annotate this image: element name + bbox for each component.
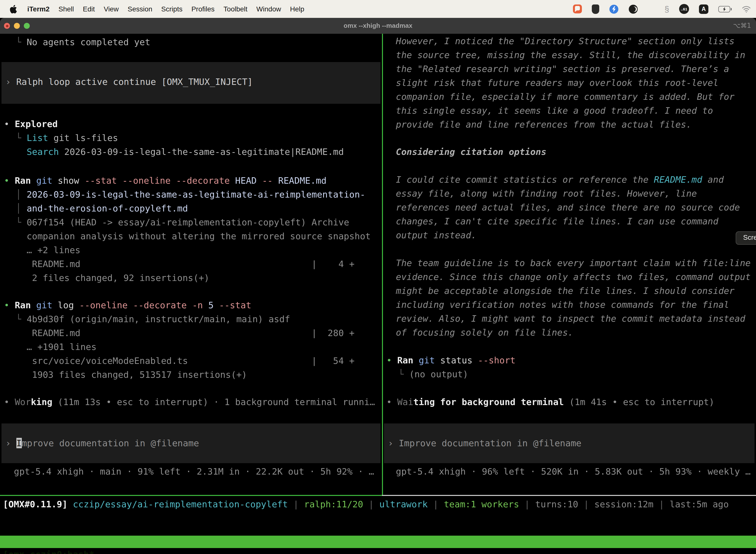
thinking-paragraph-line: essay file, along with finding root file…: [382, 187, 756, 201]
thinking-paragraph-line: I could cite commit statistics or refere…: [382, 173, 756, 187]
terminal-pane-left[interactable]: └ No agents completed yet › Ralph loop a…: [0, 34, 382, 495]
readme-link[interactable]: README.md: [654, 174, 702, 185]
working-status-line: • Working (11m 13s • esc to interrupt) ·…: [0, 395, 382, 409]
model-status-line-right: gpt-5.4 xhigh · 96% left · 520K in · 5.8…: [382, 465, 756, 479]
prompt-input-right[interactable]: › Improve documentation in @filename: [384, 424, 755, 463]
model-status-line-left: gpt-5.4 xhigh · main · 91% left · 2.31M …: [0, 465, 382, 479]
omx-turns: turns:10: [535, 499, 578, 509]
circle-badge-61[interactable]: ..61: [679, 4, 689, 14]
menu-item-help[interactable]: Help: [286, 5, 309, 13]
window-title: omx --xhigh --madmax: [0, 18, 756, 34]
ran-git-show-command: • Ran git show --stat --oneline --decora…: [0, 174, 382, 188]
window-title-bar[interactable]: omx --xhigh --madmax ⌥⌘1: [0, 18, 756, 34]
waiting-status-line: • Waiting for background terminal (1m 41…: [382, 395, 756, 409]
screen-record-indicator-icon[interactable]: [573, 4, 582, 13]
explored-search-entry: Search 2026-03-09-is-legal-the-same-as-l…: [0, 145, 382, 159]
menu-item-toolbelt[interactable]: Toolbelt: [219, 5, 252, 13]
omx-team: team:1 workers: [444, 499, 519, 509]
thinking-paragraph-line: However, I noticed the "Directory Struct…: [382, 34, 756, 48]
menu-bar: iTerm2 Shell Edit View Session Scripts P…: [0, 0, 756, 18]
ran-git-status-command: • Ran git status --short: [382, 353, 756, 367]
terminal-pane-right[interactable]: However, I noticed the "Directory Struct…: [382, 34, 756, 495]
screen-overlay-tooltip: Scre: [736, 231, 756, 245]
thinking-paragraph-line: The team guideline is to back every impo…: [382, 256, 756, 270]
command-output-line: … +2 lines: [0, 243, 382, 257]
pane-border-bottom-right: [382, 495, 756, 496]
command-output-line: 1903 files changed, 513517 insertions(+): [0, 368, 382, 382]
command-output-line: src/voice/voiceModeEnabled.ts | 54 +: [0, 354, 382, 368]
menu-item-shell[interactable]: Shell: [54, 5, 78, 13]
command-output-line: README.md | 4 +: [0, 257, 382, 271]
thinking-paragraph-line: provide file and line references from th…: [382, 118, 756, 131]
command-wrap-line: │ 2026-03-09-is-legal-the-same-as-legiti…: [0, 188, 382, 202]
text-cursor: I: [16, 438, 21, 448]
thinking-paragraph-line: review. Also, I might want to inspect th…: [382, 312, 756, 326]
thinking-paragraph-line: including verification notes with those …: [382, 298, 756, 312]
thinking-paragraph-line: this single essay, it seems like a good …: [382, 104, 756, 118]
pane-divider[interactable]: [382, 34, 383, 495]
thinking-paragraph-line: the "Related research writing" section i…: [382, 62, 756, 76]
menu-item-session[interactable]: Session: [123, 5, 157, 13]
omx-status-bar: [OMX#0.11.9] cczip/essay/ai-reimplementa…: [0, 497, 729, 511]
menu-item-iterm2[interactable]: iTerm2: [23, 5, 54, 13]
wifi-icon[interactable]: [742, 5, 751, 13]
thinking-paragraph-line: output instead.: [382, 228, 756, 242]
apple-icon[interactable]: [10, 5, 17, 13]
command-output-line: └ 4b9d30f (origin/main, instructkr/main,…: [0, 312, 382, 326]
crescent-icon[interactable]: [628, 4, 638, 14]
command-output-line: companion analysis without altering the …: [0, 229, 382, 243]
thinking-paragraph-line: of focusing solely on file lines.: [382, 326, 756, 340]
pane-border-bottom-left: [0, 495, 382, 496]
omx-branch-path: cczip/essay/ai-reimplementation-copyleft: [73, 499, 288, 509]
a-square-icon[interactable]: A: [699, 4, 708, 14]
command-output-line: README.md | 280 +: [0, 326, 382, 340]
menu-item-profiles[interactable]: Profiles: [187, 5, 219, 13]
command-output-line: └ 067f154 (HEAD -> essay/ai-reimplementa…: [0, 215, 382, 229]
omx-mode: ultrawork: [379, 499, 428, 509]
menu-item-edit[interactable]: Edit: [78, 5, 99, 13]
command-output-line: … +1901 lines: [0, 340, 382, 354]
squiggle-icon[interactable]: §: [665, 5, 669, 13]
thinking-paragraph-line: might be acceptable alongside the file l…: [382, 284, 756, 298]
command-output-line: 2 files changed, 92 insertions(+): [0, 271, 382, 285]
thinking-paragraph-line: references need actual files, and since …: [382, 201, 756, 214]
dots-grid-icon[interactable]: [648, 5, 654, 12]
thinking-paragraph-line: changes, I can't cite specific file line…: [382, 214, 756, 228]
explored-list-entry: └ List git ls-files: [0, 131, 382, 145]
omx-last: last:5m ago: [670, 499, 729, 509]
menu-item-view[interactable]: View: [99, 5, 123, 13]
tmux-window-label[interactable]: [omx-cczip0:bash*: [3, 548, 94, 554]
prompt-input-left[interactable]: › Improve documentation in @filename: [1, 424, 380, 463]
tmux-status-bar: [omx-cczip0:bash* "MacBook-Pro-44.local"…: [0, 536, 756, 548]
shield-grid-icon[interactable]: [591, 4, 599, 14]
thinking-paragraph-line: the source tree, missing the essay. Stil…: [382, 48, 756, 62]
ran-git-log-command: • Ran git log --oneline --decorate -n 5 …: [0, 298, 382, 312]
menu-item-scripts[interactable]: Scripts: [157, 5, 187, 13]
omx-session: session:12m: [594, 499, 653, 509]
battery-icon[interactable]: [718, 6, 732, 12]
ralph-banner: › Ralph loop active continue [OMX_TMUX_I…: [1, 62, 380, 104]
thinking-paragraph-line: slight risk that future readers may over…: [382, 76, 756, 90]
thinking-paragraph-line: evidence. Since this change only affects…: [382, 270, 756, 284]
omx-version: [OMX#0.11.9]: [3, 499, 73, 509]
window-shortcut-badge: ⌥⌘1: [733, 18, 751, 34]
command-output-line: └ (no output): [382, 367, 756, 381]
thinking-paragraph-line: companion file, especially if more comme…: [382, 90, 756, 104]
command-wrap-line: │ and-the-erosion-of-copyleft.md: [0, 202, 382, 215]
omx-ralph-counter: ralph:11/20: [304, 499, 363, 509]
thinking-heading: Considering citation options: [382, 145, 756, 159]
blue-badge-icon[interactable]: [609, 4, 618, 14]
agents-note: └ No agents completed yet: [0, 35, 382, 49]
menu-item-window[interactable]: Window: [252, 5, 286, 13]
explored-header: • Explored: [0, 117, 382, 131]
